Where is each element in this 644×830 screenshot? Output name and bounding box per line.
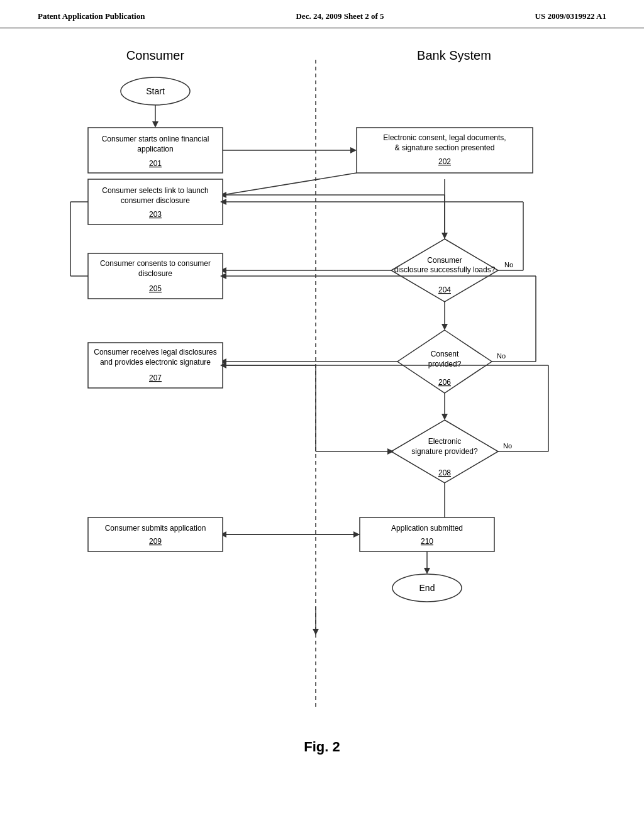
n206-line1: Consent [431, 350, 459, 358]
svg-marker-29 [441, 324, 448, 330]
n207-line1: Consumer receives legal disclosures [94, 348, 216, 357]
end-label: End [419, 583, 435, 593]
n202-line1: Electronic consent, legal documents, [383, 133, 506, 142]
svg-rect-51 [360, 517, 494, 551]
header-left: Patent Application Publication [38, 11, 145, 21]
svg-marker-6 [350, 147, 357, 153]
diagram-area: Consumer Bank System Start Consumer star… [0, 28, 644, 780]
n206-line2: provided? [428, 360, 462, 368]
svg-marker-39 [441, 414, 448, 420]
n209-ref: 209 [149, 537, 162, 546]
svg-marker-50 [353, 531, 360, 538]
n203-line2: consumer disclosure [121, 196, 190, 205]
header-right: US 2009/0319922 A1 [535, 11, 606, 21]
header-center: Dec. 24, 2009 Sheet 2 of 5 [296, 11, 384, 21]
n202-ref: 202 [438, 157, 451, 166]
n201-line2: application [137, 145, 173, 153]
n205-ref: 205 [149, 284, 162, 293]
n204-ref: 204 [438, 285, 451, 294]
svg-marker-56 [313, 629, 319, 635]
n205-line1: Consumer consents to consumer [100, 259, 211, 268]
svg-marker-53 [424, 568, 430, 574]
n201-line1: Consumer starts online financial [102, 135, 209, 143]
n202-line2: & signature section presented [395, 143, 495, 152]
n203-ref: 203 [149, 210, 162, 219]
n208-ref: 208 [438, 468, 451, 477]
n208-line1: Electronic [428, 437, 462, 446]
n208-line2: signature provided? [411, 447, 478, 456]
col-header-consumer: Consumer [126, 48, 185, 62]
n206-ref: 206 [438, 378, 451, 387]
n204-line1: Consumer [427, 256, 462, 265]
svg-marker-60 [387, 448, 394, 455]
n207-line2: and provides electronic signature [100, 358, 211, 367]
n201-ref: 201 [149, 159, 162, 168]
n206-no-label: No [497, 352, 506, 360]
flowchart-svg: Consumer Bank System Start Consumer star… [45, 41, 599, 733]
n208-no-label: No [503, 442, 512, 450]
svg-rect-48 [88, 517, 223, 551]
svg-line-8 [223, 173, 357, 195]
patent-header: Patent Application Publication Dec. 24, … [0, 0, 644, 28]
fig-label: Fig. 2 [38, 739, 606, 755]
col-header-bank: Bank System [417, 48, 491, 62]
n207-ref: 207 [149, 374, 162, 382]
n204-no-label: No [504, 261, 513, 268]
n203-line1: Consumer selects link to launch [102, 186, 208, 195]
start-label: Start [146, 86, 165, 96]
svg-marker-3 [152, 121, 158, 128]
n210-ref: 210 [421, 537, 433, 546]
n205-line2: disclosure [138, 269, 172, 278]
n204-line2: disclosure successfully loads? [394, 265, 496, 274]
n209-line1: Consumer submits application [105, 524, 206, 533]
n210-line1: Application submitted [391, 524, 463, 533]
